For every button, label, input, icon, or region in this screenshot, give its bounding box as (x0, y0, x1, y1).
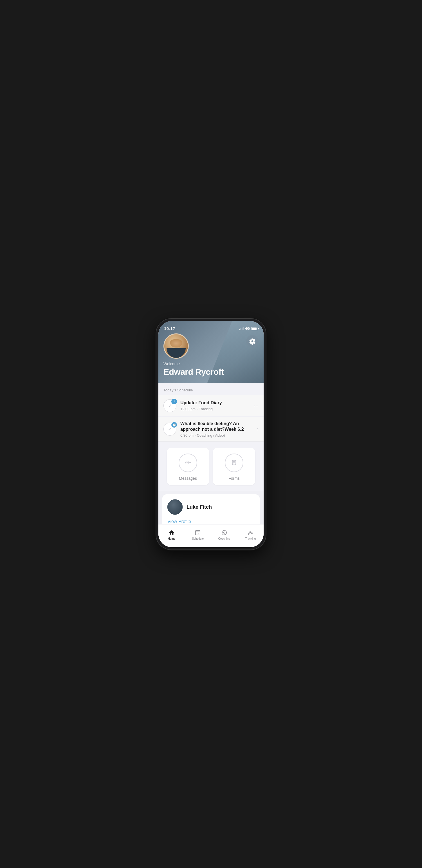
user-name: Edward Rycroft (163, 367, 224, 377)
forms-icon (231, 460, 237, 466)
tab-tracking-label: Tracking (245, 537, 256, 540)
check-icon-2: ✓ (168, 426, 172, 432)
tab-coaching[interactable]: Coaching (211, 524, 237, 543)
schedule-section: Today's Schedule ✓ ↗ Update: Food Diary (158, 383, 264, 442)
coach-header: Luke Fitch (167, 499, 255, 515)
signal-bars (239, 327, 244, 330)
quick-actions-section: Messages Forms (158, 442, 264, 491)
home-icon (168, 529, 175, 536)
content-area[interactable]: Today's Schedule ✓ ↗ Update: Food Diary (158, 383, 264, 524)
clock-icon: 🕐 (172, 424, 176, 427)
status-icons: 4G (239, 327, 258, 331)
food-diary-content: Update: Food Diary 12:00 pm - Tracking (180, 400, 250, 411)
svg-rect-5 (196, 530, 200, 535)
chart-icon: ↗ (173, 400, 175, 403)
user-avatar-container (163, 333, 189, 359)
status-bar: 10:17 4G (158, 321, 264, 333)
signal-bar-1 (239, 329, 240, 330)
tab-coaching-label: Coaching (218, 537, 230, 540)
food-diary-title: Update: Food Diary (180, 400, 250, 406)
signal-bar-4 (243, 327, 244, 330)
coach-card: Luke Fitch View Profile (162, 494, 260, 524)
forms-label: Forms (228, 476, 240, 480)
svg-point-1 (187, 462, 188, 463)
coaching-subtitle: 6:30 pm - Coaching (Video) (180, 433, 253, 437)
hero-text: Welcome Edward Rycroft (163, 362, 224, 377)
schedule-icon (194, 529, 201, 536)
coach-avatar (167, 499, 183, 515)
more-options-icon[interactable]: ··· (254, 402, 259, 409)
coach-section: Luke Fitch View Profile (158, 491, 264, 524)
gear-icon (249, 338, 256, 345)
chevron-right-icon[interactable]: › (257, 427, 259, 432)
messages-card[interactable]: Messages (167, 448, 209, 485)
signal-bar-3 (242, 328, 242, 330)
schedule-item-food-diary[interactable]: ✓ ↗ Update: Food Diary 12:00 pm - Tracki… (158, 395, 264, 416)
status-time: 10:17 (164, 326, 175, 331)
tab-schedule-label: Schedule (192, 537, 204, 540)
view-profile-button[interactable]: View Profile (167, 518, 255, 524)
svg-rect-4 (232, 460, 236, 465)
hero-section: 10:17 4G (158, 321, 264, 383)
tab-schedule[interactable]: Schedule (185, 524, 211, 543)
tab-home[interactable]: Home (158, 524, 185, 543)
tracking-icon (247, 529, 254, 536)
tab-bar: Home Schedule (158, 524, 264, 547)
forms-icon-circle (225, 454, 244, 472)
settings-button[interactable] (246, 335, 259, 347)
schedule-section-title: Today's Schedule (163, 388, 193, 392)
battery-fill (252, 328, 257, 330)
coaching-content: What is flexible dieting? An approach no… (180, 421, 253, 438)
forms-card[interactable]: Forms (213, 448, 255, 485)
tab-tracking[interactable]: Tracking (237, 524, 264, 543)
schedule-item-coaching[interactable]: ✓ 🕐 What is flexible dieting? An approac… (158, 417, 264, 442)
user-avatar (163, 333, 189, 359)
coaching-title: What is flexible dieting? An approach no… (180, 421, 253, 433)
food-diary-badge: ↗ (171, 399, 177, 404)
svg-point-3 (190, 462, 191, 463)
svg-point-7 (223, 532, 225, 533)
messages-icon-circle (178, 454, 197, 472)
messages-label: Messages (179, 476, 197, 480)
coaching-icon (221, 529, 228, 536)
coach-avatar-image (167, 499, 183, 515)
phone-frame: 10:17 4G (156, 319, 266, 550)
welcome-label: Welcome (163, 362, 224, 366)
user-avatar-image (164, 334, 188, 358)
schedule-header: Today's Schedule (158, 383, 264, 395)
food-diary-subtitle: 12:00 pm - Tracking (180, 407, 250, 411)
food-diary-icon-wrap: ✓ ↗ (163, 399, 176, 412)
tab-home-label: Home (168, 537, 175, 540)
signal-bar-2 (240, 328, 241, 330)
check-icon: ✓ (168, 403, 172, 409)
network-type: 4G (245, 327, 250, 331)
battery-icon (251, 327, 258, 330)
coaching-icon-wrap: ✓ 🕐 (163, 423, 176, 436)
phone-screen: 10:17 4G (158, 321, 264, 547)
messages-icon (185, 460, 191, 466)
coach-name: Luke Fitch (187, 504, 212, 510)
